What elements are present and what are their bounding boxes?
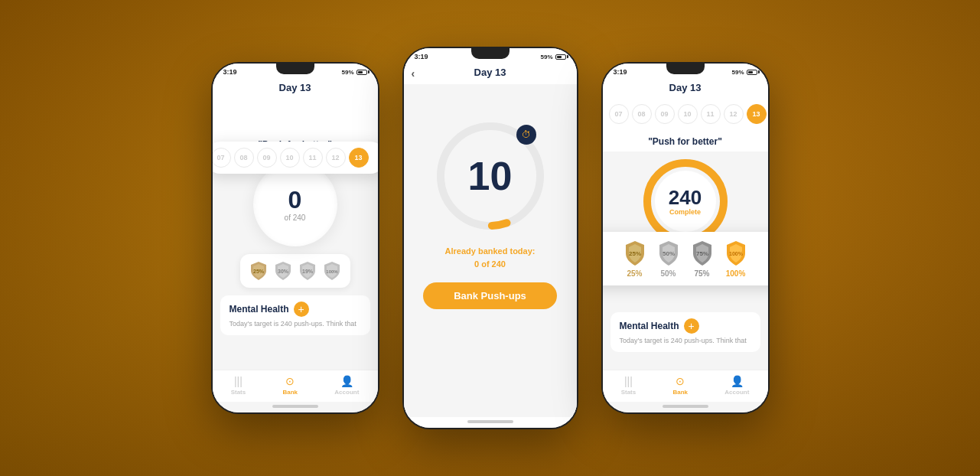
account-icon-3: 👤 bbox=[731, 375, 744, 387]
mental-health-1: Mental Health + Today's target is 240 pu… bbox=[220, 295, 370, 335]
nav-bank-label-3: Bank bbox=[672, 389, 688, 396]
banked-text-2: Already banked today: 0 of 240 bbox=[445, 245, 536, 270]
battery-icon-2 bbox=[555, 54, 566, 60]
badge-popup-3: 25% 25% 50% 50% bbox=[603, 232, 768, 285]
mh-desc-1: Today's target is 240 push-ups. Think th… bbox=[230, 320, 361, 329]
battery-area-2: 59% bbox=[540, 54, 565, 60]
content-area-1: 0 of 240 25% bbox=[213, 155, 378, 370]
account-icon-1: 👤 bbox=[340, 375, 353, 387]
content-area-2: ⏱ 10 Already banked today: 0 of 240 Bank… bbox=[404, 84, 577, 417]
nav-account-1[interactable]: 👤 Account bbox=[334, 375, 359, 396]
svg-text:25%: 25% bbox=[628, 250, 640, 257]
svg-text:19%: 19% bbox=[301, 269, 313, 274]
notch-1 bbox=[276, 64, 314, 74]
day-tab-12-1[interactable]: 12 bbox=[326, 148, 346, 168]
ring-number-3: 240 bbox=[669, 187, 702, 207]
ring-complete-3: Complete bbox=[669, 208, 701, 216]
ring-inner-3: 240 Complete bbox=[655, 171, 716, 232]
shield-50-icon-3: 50% bbox=[655, 240, 682, 267]
phones-container: 3:19 59% Day 13 07 08 09 10 11 12 bbox=[0, 0, 980, 476]
mh-plus-btn-1[interactable]: + bbox=[294, 302, 309, 317]
page-title-1: Day 13 bbox=[279, 82, 311, 93]
back-button-2[interactable]: ‹ bbox=[412, 67, 415, 80]
mh-title-3: Mental Health bbox=[620, 321, 679, 331]
phone-1: 3:19 59% Day 13 07 08 09 10 11 12 bbox=[211, 62, 379, 414]
day-tab-10-3[interactable]: 10 bbox=[678, 104, 698, 124]
status-bar-2: 3:19 59% bbox=[404, 48, 577, 62]
mh-header-3: Mental Health + bbox=[620, 318, 751, 334]
day-tab-08-3[interactable]: 08 bbox=[632, 104, 652, 124]
page-title-2: Day 13 bbox=[474, 67, 506, 78]
day-tab-10-1[interactable]: 10 bbox=[280, 148, 300, 168]
svg-text:75%: 75% bbox=[695, 250, 708, 257]
mh-plus-btn-3[interactable]: + bbox=[684, 318, 699, 334]
day-tab-08-1[interactable]: 08 bbox=[234, 148, 254, 168]
shield-100-icon-3: 100% bbox=[722, 240, 750, 267]
shield-30-icon-1: 30% bbox=[272, 260, 294, 282]
day-tabs-3: 07 08 09 10 11 12 13 bbox=[603, 99, 768, 129]
svg-text:100%: 100% bbox=[326, 269, 338, 274]
counter-circle-3: 240 Complete bbox=[643, 159, 728, 243]
p2-counter: ⏱ 10 bbox=[437, 122, 544, 230]
nav-stats-label-3: Stats bbox=[621, 389, 637, 396]
svg-text:25%: 25% bbox=[252, 269, 264, 274]
home-indicator-1 bbox=[272, 405, 318, 408]
badge-25-1: 25% bbox=[248, 260, 269, 282]
bank-pushups-button-2[interactable]: Bank Push-ups bbox=[423, 282, 557, 309]
nav-account-label-1: Account bbox=[334, 389, 359, 396]
nav-account-label-3: Account bbox=[724, 389, 749, 396]
nav-account-3[interactable]: 👤 Account bbox=[724, 375, 749, 396]
bottom-nav-1: ||| Stats ⊙ Bank 👤 Account bbox=[213, 370, 378, 402]
nav-bank-label-1: Bank bbox=[282, 389, 298, 396]
bank-icon-1: ⊙ bbox=[285, 375, 295, 387]
time-1: 3:19 bbox=[223, 68, 237, 76]
battery-area-1: 59% bbox=[341, 69, 366, 76]
battery-pct-1: 59% bbox=[341, 69, 353, 76]
shield-75-icon-3: 75% bbox=[689, 240, 716, 267]
banked-label-2: Already banked today: bbox=[445, 246, 536, 256]
nav-bank-3[interactable]: ⊙ Bank bbox=[672, 375, 688, 396]
badge-row-1: 25% 30% 19% bbox=[240, 254, 350, 288]
badge-75-label-3: 75% bbox=[694, 269, 709, 278]
timer-knob-2[interactable]: ⏱ bbox=[516, 125, 536, 145]
day-tab-09-1[interactable]: 09 bbox=[257, 148, 277, 168]
nav-stats-3[interactable]: ||| Stats bbox=[621, 375, 637, 396]
notch-2 bbox=[471, 48, 510, 59]
day-tab-13-1[interactable]: 13 bbox=[349, 148, 369, 168]
notch-3 bbox=[666, 64, 705, 74]
mh-desc-3: Today's target is 240 push-ups. Think th… bbox=[620, 337, 751, 346]
nav-bank-1[interactable]: ⊙ Bank bbox=[282, 375, 298, 396]
page-title-3: Day 13 bbox=[669, 82, 702, 93]
phone-3: 3:19 59% Day 13 07 08 09 10 11 12 13 bbox=[601, 62, 770, 414]
badge-25-label-3: 25% bbox=[627, 269, 642, 278]
stats-icon-1: ||| bbox=[234, 375, 243, 387]
bank-icon-3: ⊙ bbox=[676, 375, 685, 387]
app-header-1: Day 13 bbox=[213, 77, 378, 99]
app-header-2: ‹ Day 13 bbox=[404, 62, 577, 84]
shield-100-icon-1: 100% bbox=[321, 260, 343, 282]
day-tab-13-3[interactable]: 13 bbox=[747, 104, 767, 124]
day-tab-12-3[interactable]: 12 bbox=[724, 104, 744, 124]
day-tabs-popup-1: 07 08 09 10 11 12 13 bbox=[213, 142, 378, 174]
status-bar-1: 3:19 59% bbox=[213, 64, 378, 77]
svg-text:30%: 30% bbox=[277, 269, 288, 274]
badge-19-1: 19% bbox=[297, 260, 318, 282]
shield-25-icon-1: 25% bbox=[248, 260, 269, 282]
svg-text:50%: 50% bbox=[662, 250, 674, 257]
day-tab-07-1[interactable]: 07 bbox=[213, 148, 231, 168]
day-tab-07-3[interactable]: 07 bbox=[609, 104, 629, 124]
nav-stats-1[interactable]: ||| Stats bbox=[231, 375, 246, 396]
badge-50-popup-3: 50% 50% bbox=[655, 240, 682, 278]
badge-100-popup-3: 100% 100% bbox=[722, 240, 750, 278]
phone-2: 3:19 59% ‹ Day 13 bbox=[402, 47, 578, 429]
day-tab-09-3[interactable]: 09 bbox=[655, 104, 675, 124]
badge-100-1: 100% bbox=[321, 260, 343, 282]
quote-3: "Push for better" bbox=[603, 129, 768, 152]
mh-title-1: Mental Health bbox=[230, 304, 289, 315]
day-tab-11-1[interactable]: 11 bbox=[303, 148, 323, 168]
home-indicator-3 bbox=[663, 405, 708, 408]
mh-header-1: Mental Health + bbox=[230, 302, 361, 317]
bottom-nav-3: ||| Stats ⊙ Bank 👤 Account bbox=[603, 370, 768, 402]
counter-number-1: 0 bbox=[288, 187, 302, 212]
day-tab-11-3[interactable]: 11 bbox=[701, 104, 721, 124]
